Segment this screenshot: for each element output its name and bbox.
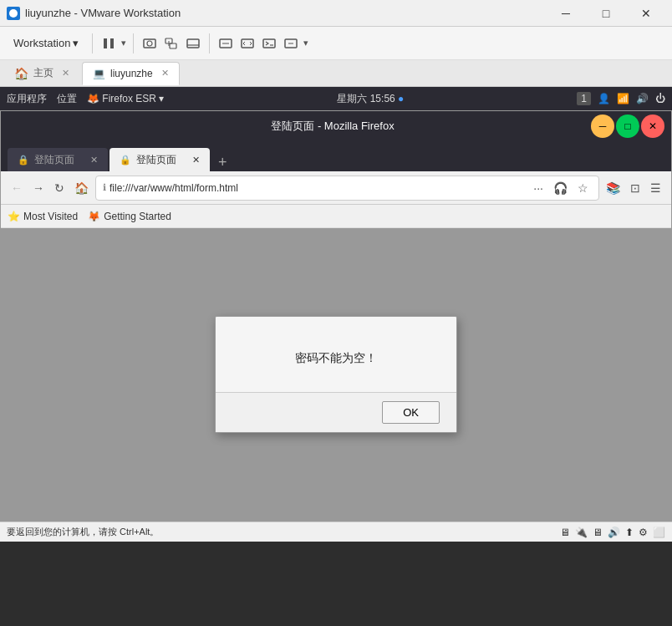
bookmark-pocket-button[interactable]: 🎧	[550, 178, 571, 198]
ff-minimize-button[interactable]: ─	[591, 115, 614, 138]
display-status-icon[interactable]: 🖥	[593, 527, 603, 538]
title-bar: liuyunzhe - VMware Workstation ─ □ ✕	[0, 0, 672, 27]
unity-arrow: ▾	[303, 38, 308, 48]
pause-arrow: ▾	[121, 38, 126, 48]
reload-button[interactable]: ↻	[51, 178, 68, 198]
ff-maximize-button[interactable]: □	[616, 115, 639, 138]
svg-point-0	[9, 9, 18, 18]
gnome-firefox-menu[interactable]: 🦊 Firefox ESR ▾	[87, 93, 164, 104]
workspace-indicator[interactable]: 1	[577, 92, 591, 105]
firefox-titlebar: 登陆页面 - Mozilla Firefox ─ □ ✕	[1, 111, 671, 141]
workstation-label: Workstation	[13, 37, 70, 49]
vm-tab[interactable]: 💻 liuyunzhe ✕	[82, 62, 180, 85]
settings-status-icon[interactable]: ⚙	[639, 527, 648, 538]
ff-tab-2[interactable]: 🔒 登陆页面 ✕	[109, 148, 210, 171]
alert-dialog: 密码不能为空！ OK	[215, 316, 457, 433]
title-bar-controls: ─ □ ✕	[547, 0, 665, 27]
svg-rect-2	[110, 38, 114, 48]
dialog-body: 密码不能为空！	[216, 317, 456, 392]
vm-tab-icon: 💻	[93, 68, 105, 79]
volume-icon: 🔊	[636, 93, 649, 104]
vm-settings-button[interactable]	[216, 34, 235, 53]
power-icon[interactable]: ⏻	[655, 93, 665, 104]
svg-rect-6	[170, 43, 176, 48]
pause-button[interactable]	[99, 34, 118, 53]
firefox-tabbar: 🔒 登陆页面 ✕ 🔒 登陆页面 ✕ +	[1, 141, 671, 171]
dialog-ok-button[interactable]: OK	[382, 401, 440, 424]
vm-tab-label: liuyunzhe	[110, 68, 153, 79]
toolbar-separator-2	[133, 33, 134, 53]
firefox-window-title: 登陆页面 - Mozilla Firefox	[74, 119, 591, 134]
snapshot-button[interactable]	[140, 34, 159, 53]
home-tab[interactable]: 🏠 主页 ✕	[3, 62, 80, 85]
forward-button[interactable]: →	[29, 178, 48, 198]
vm-tab-close[interactable]: ✕	[161, 68, 169, 79]
gnome-datetime[interactable]: 星期六 15:56 ●	[337, 92, 404, 106]
library-button[interactable]: 📚	[603, 178, 624, 198]
menu-button[interactable]: ☰	[647, 178, 664, 198]
getting-started-label: Getting Started	[104, 211, 171, 222]
firefox-content: 密码不能为空！ OK	[1, 228, 671, 521]
vmware-toolbar: Workstation ▾ ▾ ▾	[0, 27, 672, 60]
toolbar-separator-3	[209, 33, 210, 53]
gnome-apps-menu[interactable]: 应用程序	[7, 92, 47, 106]
most-visited-bookmark[interactable]: ⭐ Most Visited	[8, 211, 78, 222]
minimize-button[interactable]: ─	[547, 0, 585, 27]
url-bar[interactable]: ℹ file:///var/www/html/form.html ··· 🎧 ☆	[95, 176, 599, 201]
console-button[interactable]	[260, 34, 278, 53]
suspend-button[interactable]	[184, 34, 202, 53]
gnome-places-menu[interactable]: 位置	[57, 92, 77, 106]
dropdown-arrow: ▾	[73, 37, 79, 49]
ff-tab1-close[interactable]: ✕	[90, 155, 98, 165]
gnome-right-panel: 1 👤 📶 🔊 ⏻	[577, 92, 665, 105]
bookmark-star-button[interactable]: ☆	[574, 178, 592, 198]
network-status-icon[interactable]: 🖥	[560, 527, 570, 538]
title-bar-left: liuyunzhe - VMware Workstation	[7, 7, 181, 20]
vmware-icon	[7, 7, 20, 20]
vm-content: 应用程序 位置 🦊 Firefox ESR ▾ 星期六 15:56 ● 1 👤 …	[0, 87, 672, 522]
stretch-icon[interactable]: ⬜	[653, 527, 665, 538]
firefox-bookmarks-bar: ⭐ Most Visited 🦊 Getting Started	[1, 205, 671, 228]
ff-tab1-label: 登陆页面	[34, 153, 74, 167]
ff-tab2-close[interactable]: ✕	[192, 155, 200, 165]
firefox-navbar: ← → ↻ 🏠 ℹ file:///var/www/html/form.html…	[1, 171, 671, 205]
ff-tab-1[interactable]: 🔒 登陆页面 ✕	[8, 148, 108, 171]
ff-close-button[interactable]: ✕	[641, 115, 664, 138]
unity-button[interactable]	[282, 34, 300, 53]
vm-display: 登陆页面 - Mozilla Firefox ─ □ ✕ 🔒 登陆页面 ✕ 🔒 …	[0, 110, 672, 522]
statusbar-icons: 🖥 🔌 🖥 🔊 ⬆ ⚙ ⬜	[560, 527, 665, 538]
window-title: liuyunzhe - VMware Workstation	[25, 7, 181, 19]
most-visited-icon: ⭐	[8, 211, 20, 222]
dialog-message: 密码不能为空！	[295, 351, 377, 366]
snapshot-mgr-button[interactable]	[162, 34, 181, 53]
lock-icon: ℹ	[103, 182, 106, 193]
close-button[interactable]: ✕	[627, 0, 665, 27]
svg-rect-1	[104, 38, 107, 48]
firefox-bookmark-icon: 🦊	[88, 211, 100, 222]
home-tab-close[interactable]: ✕	[62, 68, 69, 79]
ff-tab1-icon: 🔒	[18, 155, 29, 165]
audio-status-icon[interactable]: 🔊	[608, 527, 620, 538]
fullscreen-button[interactable]	[238, 34, 257, 53]
back-button[interactable]: ←	[8, 178, 26, 198]
usb-status-icon[interactable]: 🔌	[575, 527, 588, 538]
status-hint: 要返回到您的计算机，请按 Ctrl+Alt。	[7, 526, 159, 538]
ff-tab2-label: 登陆页面	[136, 153, 176, 167]
gnome-topbar: 应用程序 位置 🦊 Firefox ESR ▾ 星期六 15:56 ● 1 👤 …	[0, 87, 672, 110]
network-icon: 📶	[617, 93, 629, 104]
ff-window-controls: ─ □ ✕	[591, 115, 664, 138]
synced-tabs-button[interactable]: ⊡	[627, 178, 644, 198]
url-more-button[interactable]: ···	[530, 178, 547, 198]
shared-vm-icon[interactable]: ⬆	[625, 527, 634, 538]
home-nav-button[interactable]: 🏠	[71, 178, 92, 198]
workstation-menu[interactable]: Workstation ▾	[7, 33, 85, 53]
vmware-statusbar: 要返回到您的计算机，请按 Ctrl+Alt。 🖥 🔌 🖥 🔊 ⬆ ⚙ ⬜	[0, 522, 672, 542]
maximize-button[interactable]: □	[587, 0, 625, 27]
new-tab-button[interactable]: +	[211, 154, 234, 171]
toolbar-separator-1	[92, 33, 93, 53]
svg-rect-8	[187, 39, 199, 48]
getting-started-bookmark[interactable]: 🦊 Getting Started	[88, 211, 171, 222]
gnome-left-menu: 应用程序 位置 🦊 Firefox ESR ▾	[7, 92, 164, 106]
home-tab-label: 主页	[33, 66, 53, 80]
most-visited-label: Most Visited	[23, 211, 78, 222]
